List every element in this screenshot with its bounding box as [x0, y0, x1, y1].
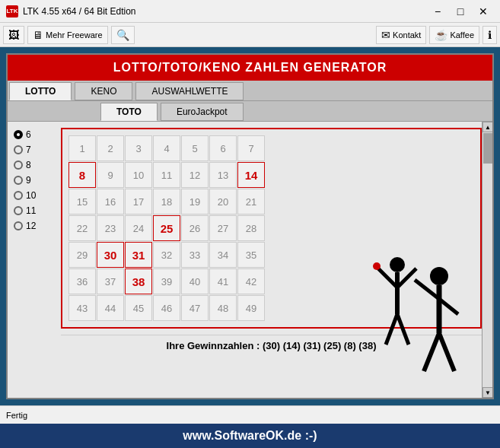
- num-cell-42[interactable]: 42: [237, 268, 265, 294]
- tab-lotto[interactable]: LOTTO: [9, 82, 72, 100]
- num-cell-19[interactable]: 19: [181, 189, 209, 214]
- search-button[interactable]: 🔍: [111, 26, 135, 44]
- toolbar-right: ✉ Kontakt ☕ Kaffee ℹ: [376, 26, 497, 44]
- monitor-icon: 🖥: [33, 29, 43, 41]
- num-cell-5[interactable]: 5: [181, 135, 209, 161]
- num-cell-4[interactable]: 4: [153, 135, 180, 161]
- radio-item-6[interactable]: 6: [14, 129, 55, 140]
- radio-item-12[interactable]: 12: [14, 221, 55, 231]
- num-cell-37[interactable]: 37: [97, 268, 124, 294]
- num-cell-29[interactable]: 29: [68, 242, 96, 268]
- num-cell-30[interactable]: 30: [97, 242, 124, 268]
- num-cell-16[interactable]: 16: [97, 189, 124, 214]
- status-text: Fertig: [6, 411, 27, 420]
- tab-row-2: TOTO EuroJackpot: [8, 101, 492, 122]
- info-button[interactable]: ℹ: [482, 26, 497, 44]
- num-cell-46[interactable]: 46: [153, 295, 180, 321]
- number-grid: 1234567891011121314151617181920212223242…: [61, 128, 482, 329]
- num-cell-34[interactable]: 34: [209, 242, 237, 268]
- radio-circle-11: [14, 206, 23, 215]
- mehr-freeware-button[interactable]: 🖥 Mehr Freeware: [27, 26, 108, 44]
- num-cell-28[interactable]: 28: [237, 215, 265, 241]
- radio-item-7[interactable]: 7: [14, 145, 55, 155]
- statusbar: Fertig: [0, 405, 500, 424]
- close-button[interactable]: ✕: [473, 2, 494, 21]
- scrollbar[interactable]: ▲ ▼: [482, 122, 492, 398]
- maximize-button[interactable]: □: [450, 2, 471, 21]
- scroll-down-button[interactable]: ▼: [482, 387, 492, 398]
- kaffee-button[interactable]: ☕ Kaffee: [429, 26, 479, 44]
- radio-item-9[interactable]: 9: [14, 175, 55, 186]
- window-title: LTK 4.55 x64 / 64 Bit Edtion: [23, 6, 427, 17]
- titlebar-controls: − □ ✕: [427, 2, 494, 21]
- num-cell-6[interactable]: 6: [209, 135, 237, 161]
- num-cell-31[interactable]: 31: [125, 242, 152, 268]
- num-cell-41[interactable]: 41: [209, 268, 237, 294]
- mail-icon: ✉: [381, 29, 390, 41]
- num-cell-24[interactable]: 24: [125, 215, 152, 241]
- num-cell-14[interactable]: 14: [237, 162, 265, 188]
- tab-keno[interactable]: KENO: [75, 82, 132, 100]
- radio-circle-12: [14, 221, 23, 230]
- num-cell-20[interactable]: 20: [209, 189, 237, 214]
- num-cell-3[interactable]: 3: [125, 135, 152, 161]
- num-cell-38[interactable]: 38: [125, 268, 152, 294]
- num-cell-45[interactable]: 45: [125, 295, 152, 321]
- num-cell-25[interactable]: 25: [153, 215, 180, 241]
- num-cell-27[interactable]: 27: [209, 215, 237, 241]
- num-cell-1[interactable]: 1: [68, 135, 96, 161]
- radio-circle-8: [14, 160, 23, 170]
- num-cell-48[interactable]: 48: [209, 295, 237, 321]
- num-cell-8[interactable]: 8: [68, 162, 96, 188]
- num-cell-12[interactable]: 12: [181, 162, 209, 188]
- num-cell-26[interactable]: 26: [181, 215, 209, 241]
- radio-item-8[interactable]: 8: [14, 160, 55, 170]
- app-header: LOTTO/TOTO/KENO ZAHLEN GENERATOR: [8, 55, 492, 81]
- minimize-button[interactable]: −: [427, 2, 448, 21]
- num-cell-9[interactable]: 9: [97, 162, 124, 188]
- num-cell-39[interactable]: 39: [153, 268, 180, 294]
- website-text: www.SoftwareOK.de :-): [183, 429, 317, 443]
- search-icon: 🔍: [116, 29, 129, 41]
- result-line: Ihre Gewinnzahlen : (30) (14) (31) (25) …: [61, 335, 482, 356]
- tab-toto[interactable]: TOTO: [100, 103, 158, 121]
- num-cell-7[interactable]: 7: [237, 135, 265, 161]
- radio-circle-9: [14, 176, 23, 185]
- num-cell-32[interactable]: 32: [153, 242, 180, 268]
- num-cell-33[interactable]: 33: [181, 242, 209, 268]
- radio-circle-7: [14, 145, 23, 154]
- num-cell-47[interactable]: 47: [181, 295, 209, 321]
- app-icon: LTK: [6, 5, 18, 17]
- num-cell-21[interactable]: 21: [237, 189, 265, 214]
- radio-circle-6: [14, 130, 23, 139]
- titlebar: LTK LTK 4.55 x64 / 64 Bit Edtion − □ ✕: [0, 0, 500, 23]
- num-cell-43[interactable]: 43: [68, 295, 96, 321]
- image-icon: 🖼: [8, 29, 19, 41]
- image-button[interactable]: 🖼: [3, 26, 24, 44]
- num-cell-10[interactable]: 10: [125, 162, 152, 188]
- num-cell-22[interactable]: 22: [68, 215, 96, 241]
- radio-circle-10: [14, 191, 23, 200]
- radio-panel: 6789101112: [8, 122, 61, 398]
- tab-eurojackpot[interactable]: EuroJackpot: [161, 103, 244, 121]
- num-cell-49[interactable]: 49: [237, 295, 265, 321]
- kontakt-button[interactable]: ✉ Kontakt: [376, 26, 426, 44]
- num-cell-17[interactable]: 17: [125, 189, 152, 214]
- num-cell-13[interactable]: 13: [209, 162, 237, 188]
- num-cell-35[interactable]: 35: [237, 242, 265, 268]
- num-cell-15[interactable]: 15: [68, 189, 96, 214]
- num-cell-2[interactable]: 2: [97, 135, 124, 161]
- tab-row-1: LOTTO KENO AUSWAHLWETTE: [8, 81, 492, 101]
- tab-auswahlwette[interactable]: AUSWAHLWETTE: [135, 82, 244, 100]
- num-cell-40[interactable]: 40: [181, 268, 209, 294]
- scroll-up-button[interactable]: ▲: [482, 122, 492, 132]
- radio-item-11[interactable]: 11: [14, 205, 55, 216]
- num-cell-23[interactable]: 23: [97, 215, 124, 241]
- num-cell-18[interactable]: 18: [153, 189, 180, 214]
- info-icon: ℹ: [488, 29, 492, 41]
- num-cell-36[interactable]: 36: [68, 268, 96, 294]
- num-cell-44[interactable]: 44: [97, 295, 124, 321]
- radio-item-10[interactable]: 10: [14, 190, 55, 201]
- scroll-thumb[interactable]: [483, 133, 492, 164]
- num-cell-11[interactable]: 11: [153, 162, 180, 188]
